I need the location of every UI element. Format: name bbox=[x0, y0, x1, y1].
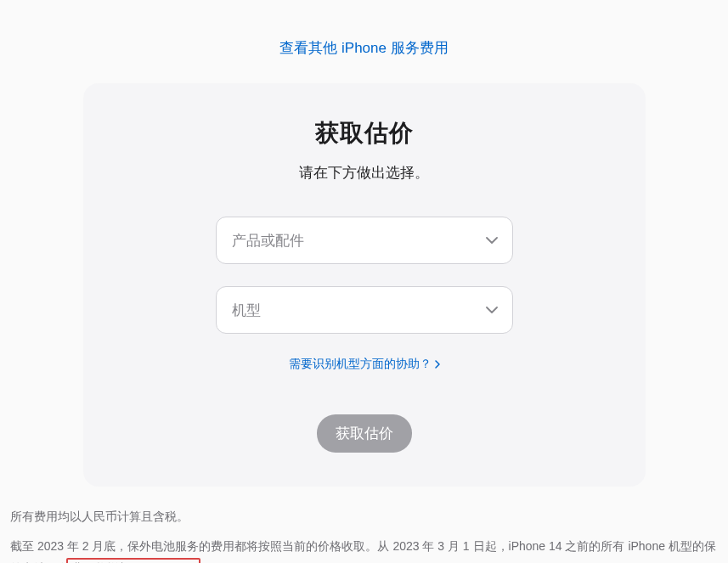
help-link-label: 需要识别机型方面的协助？ bbox=[289, 357, 432, 372]
chevron-right-icon bbox=[435, 360, 440, 369]
product-select-placeholder: 产品或配件 bbox=[232, 231, 304, 251]
estimate-card: 获取估价 请在下方做出选择。 产品或配件 机型 需要识别机型方面的协助？ bbox=[83, 83, 646, 487]
footnote-line-2: 截至 2023 年 2 月底，保外电池服务的费用都将按照当前的价格收取。从 20… bbox=[10, 535, 718, 563]
product-select[interactable]: 产品或配件 bbox=[216, 217, 513, 264]
footnote-line-1: 所有费用均以人民币计算且含税。 bbox=[10, 505, 718, 528]
card-title: 获取估价 bbox=[109, 117, 620, 149]
identify-model-help-link[interactable]: 需要识别机型方面的协助？ bbox=[289, 357, 440, 372]
get-estimate-button[interactable]: 获取估价 bbox=[317, 414, 412, 453]
other-services-link[interactable]: 查看其他 iPhone 服务费用 bbox=[279, 40, 448, 56]
model-select[interactable]: 机型 bbox=[216, 286, 513, 334]
card-subtitle: 请在下方做出选择。 bbox=[109, 163, 620, 183]
price-increase-highlight: 费用将增加 RMB 169。 bbox=[66, 558, 200, 563]
footnotes: 所有费用均以人民币计算且含税。 截至 2023 年 2 月底，保外电池服务的费用… bbox=[8, 505, 720, 563]
model-select-placeholder: 机型 bbox=[232, 301, 261, 320]
